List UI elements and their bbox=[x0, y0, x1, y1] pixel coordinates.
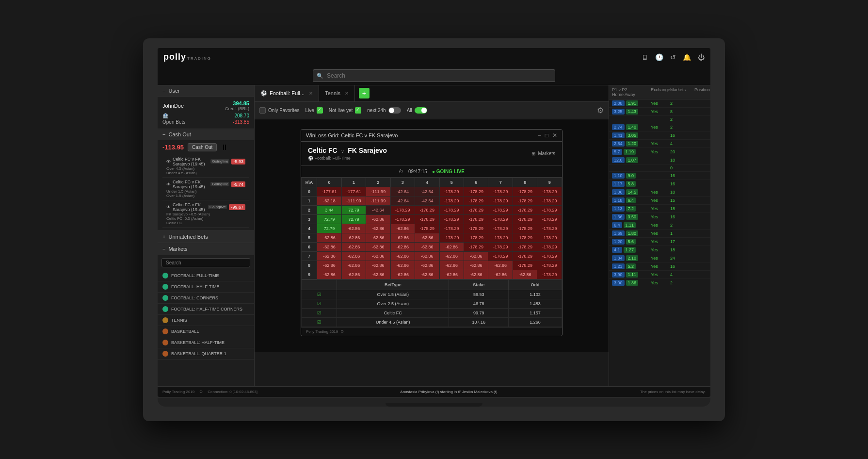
bell-icon[interactable]: 🔔 bbox=[683, 53, 691, 61]
settings-status-icon[interactable]: ⚙ bbox=[199, 390, 203, 394]
odds-row-21[interactable]: 3.90 1.11 Yes 4 bbox=[609, 271, 710, 279]
odds-row-9[interactable]: 1.10 9.0 16 bbox=[609, 172, 710, 180]
odds-home-0[interactable]: 2.08 bbox=[612, 100, 625, 106]
monitor-icon[interactable]: 🖥 bbox=[642, 53, 648, 61]
odds-away-17[interactable]: 5.6 bbox=[626, 239, 636, 245]
odds-row-0[interactable]: 2.08 1.91 Yes 2 bbox=[609, 99, 710, 108]
unmatched-header[interactable]: + Unmatched Bets bbox=[158, 231, 254, 243]
market-item-football-ht-corners[interactable]: FOOTBALL: HALF-TIME CORNERS bbox=[158, 304, 254, 315]
odds-away-13[interactable]: 7.2 bbox=[626, 206, 636, 212]
market-item-tennis[interactable]: TENNIS bbox=[158, 315, 254, 326]
market-item-basketball-halftime[interactable]: BASKETBALL: HALF-TIME bbox=[158, 337, 254, 348]
odds-home-4[interactable]: 1.41 bbox=[612, 132, 625, 138]
odds-away-7[interactable]: 1.07 bbox=[626, 157, 639, 163]
odds-home-15[interactable]: 6.4 bbox=[612, 222, 622, 228]
odds-home-18[interactable]: 4.1 bbox=[612, 247, 622, 253]
not-live-yet-filter[interactable]: Not live yet bbox=[329, 107, 361, 114]
odds-row-17[interactable]: 1.20 5.6 Yes 17 bbox=[609, 238, 710, 246]
only-favorites-filter[interactable]: Only Favorites bbox=[259, 107, 299, 114]
odds-home-22[interactable]: 3.00 bbox=[612, 280, 625, 286]
odds-away-10[interactable]: 5.8 bbox=[626, 181, 636, 187]
market-item-basketball[interactable]: BASKETBALL bbox=[158, 326, 254, 337]
odds-home-6[interactable]: 5.7 bbox=[612, 149, 622, 155]
filter-settings-icon[interactable]: ⚙ bbox=[597, 106, 604, 115]
odds-home-21[interactable]: 3.90 bbox=[612, 272, 625, 278]
odds-row-22[interactable]: 3.00 1.36 Yes 2 bbox=[609, 279, 710, 287]
odds-away-19[interactable]: 2.10 bbox=[626, 255, 639, 261]
search-input[interactable] bbox=[313, 69, 555, 82]
add-tab-button[interactable]: + bbox=[359, 88, 370, 98]
odds-row-2[interactable]: 2 bbox=[609, 116, 710, 123]
bet-check-2[interactable]: ☑ bbox=[302, 308, 337, 317]
market-item-football-halftime[interactable]: FOOTBALL: HALF-TIME bbox=[158, 281, 254, 293]
tab-tennis[interactable]: Tennis ✕ bbox=[319, 85, 355, 101]
odds-away-4[interactable]: 3.05 bbox=[626, 132, 639, 138]
only-favorites-checkbox[interactable] bbox=[259, 107, 266, 114]
odds-away-0[interactable]: 1.91 bbox=[626, 100, 639, 106]
odds-row-8[interactable]: 0 bbox=[609, 164, 710, 172]
all-filter[interactable]: All bbox=[407, 107, 427, 114]
market-item-basketball-q1[interactable]: BASKETBALL: QUARTER 1 bbox=[158, 348, 254, 360]
odds-away-9[interactable]: 9.0 bbox=[626, 173, 636, 179]
tab-football-close[interactable]: ✕ bbox=[309, 91, 313, 96]
odds-away-20[interactable]: 5.2 bbox=[626, 263, 636, 269]
odds-home-12[interactable]: 1.18 bbox=[612, 197, 625, 203]
odds-row-16[interactable]: 1.69 1.80 Yes 1 bbox=[609, 230, 710, 238]
next-24h-toggle[interactable] bbox=[388, 107, 401, 114]
clock-icon[interactable]: 🕐 bbox=[655, 53, 663, 61]
odds-row-1[interactable]: 3.25 1.43 Yes 8 bbox=[609, 108, 710, 116]
odds-home-16[interactable]: 1.69 bbox=[612, 230, 625, 236]
not-live-yet-checkbox[interactable] bbox=[355, 107, 361, 114]
live-checkbox[interactable] bbox=[317, 107, 323, 114]
odds-row-13[interactable]: 1.13 7.2 Yes 18 bbox=[609, 205, 710, 213]
market-item-football-corners[interactable]: FOOTBALL: CORNERS bbox=[158, 293, 254, 304]
tab-football[interactable]: ⚽ Football: Full... ✕ bbox=[255, 85, 319, 101]
next-24h-filter[interactable]: next 24h bbox=[367, 107, 401, 114]
markets-button[interactable]: ⊞ Markets bbox=[531, 151, 555, 156]
odds-home-9[interactable]: 1.10 bbox=[612, 173, 625, 179]
tab-tennis-close[interactable]: ✕ bbox=[345, 91, 349, 96]
odds-away-12[interactable]: 6.4 bbox=[626, 197, 636, 203]
cashout-pause-icon[interactable]: ⏸ bbox=[221, 143, 228, 152]
odds-away-1[interactable]: 1.43 bbox=[626, 109, 639, 115]
odds-home-19[interactable]: 1.84 bbox=[612, 255, 625, 261]
odds-row-3[interactable]: 2.74 1.40 Yes 2 bbox=[609, 123, 710, 131]
odds-home-20[interactable]: 1.23 bbox=[612, 263, 625, 269]
odds-row-10[interactable]: 1.17 5.8 16 bbox=[609, 180, 710, 188]
bet-check-3[interactable]: ☑ bbox=[302, 317, 337, 327]
odds-row-14[interactable]: 1.36 3.50 Yes 16 bbox=[609, 213, 710, 221]
odds-home-1[interactable]: 3.25 bbox=[612, 109, 625, 115]
odds-away-16[interactable]: 1.80 bbox=[626, 230, 639, 236]
modal-maximize-icon[interactable]: □ bbox=[545, 132, 548, 139]
odds-home-3[interactable]: 2.74 bbox=[612, 124, 625, 130]
odds-row-5[interactable]: 2.54 1.20 Yes 4 bbox=[609, 140, 710, 148]
odds-row-7[interactable]: 12.0 1.07 18 bbox=[609, 156, 710, 164]
history-icon[interactable]: ↺ bbox=[670, 53, 676, 61]
odds-home-14[interactable]: 1.36 bbox=[612, 214, 625, 220]
odds-away-22[interactable]: 1.36 bbox=[626, 280, 639, 286]
all-toggle[interactable] bbox=[415, 107, 427, 114]
odds-away-5[interactable]: 1.20 bbox=[626, 141, 639, 147]
bet-check-1[interactable]: ☑ bbox=[302, 299, 337, 308]
odds-row-4[interactable]: 1.41 3.05 16 bbox=[609, 131, 710, 140]
odds-row-6[interactable]: 5.7 1.19 Yes 20 bbox=[609, 148, 710, 156]
odds-home-7[interactable]: 12.0 bbox=[612, 157, 625, 163]
live-filter[interactable]: Live bbox=[305, 107, 322, 114]
odds-row-20[interactable]: 1.23 5.2 Yes 16 bbox=[609, 262, 710, 271]
odds-row-18[interactable]: 4.1 1.27 Yes 18 bbox=[609, 246, 710, 254]
markets-search-input[interactable] bbox=[161, 258, 250, 267]
market-item-football-fulltime[interactable]: FOOTBALL: FULL-TIME bbox=[158, 270, 254, 281]
odds-row-15[interactable]: 6.4 1.11 Yes 2 bbox=[609, 221, 710, 230]
footer-settings-icon[interactable]: ⚙ bbox=[340, 329, 344, 334]
odds-row-11[interactable]: 1.06 14.5 Yes 18 bbox=[609, 188, 710, 197]
modal-close-icon[interactable]: ✕ bbox=[552, 132, 557, 139]
odds-away-11[interactable]: 14.5 bbox=[626, 189, 639, 195]
odds-away-14[interactable]: 3.50 bbox=[626, 214, 639, 220]
odds-home-13[interactable]: 1.13 bbox=[612, 206, 625, 212]
odds-away-3[interactable]: 1.40 bbox=[626, 124, 639, 130]
odds-row-12[interactable]: 1.18 6.4 Yes 15 bbox=[609, 197, 710, 205]
cashout-button[interactable]: Cash Out bbox=[188, 143, 217, 151]
odds-home-10[interactable]: 1.17 bbox=[612, 181, 625, 187]
odds-home-5[interactable]: 2.54 bbox=[612, 141, 625, 147]
odds-home-11[interactable]: 1.06 bbox=[612, 189, 625, 195]
